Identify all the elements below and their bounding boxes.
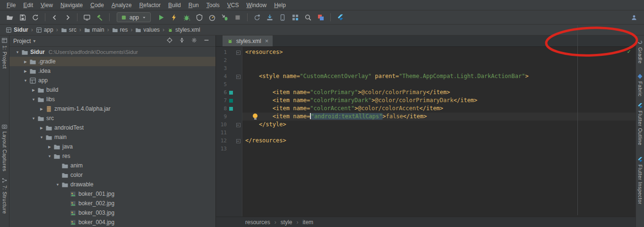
user-button[interactable]	[628, 12, 640, 23]
tree-item-boker-002-jpg[interactable]: boker_002.jpg	[9, 199, 215, 208]
gutter-line-6[interactable]: 6	[216, 88, 242, 96]
nav-crumb-styles-xml[interactable]: styles.xml	[167, 26, 200, 33]
gutter-line-9[interactable]: 9	[216, 113, 242, 121]
profiler-button[interactable]	[206, 12, 218, 23]
menu-edit[interactable]: Edit	[19, 1, 37, 9]
tree-item-java[interactable]: ▶java	[9, 142, 215, 151]
menu-build[interactable]: Build	[164, 1, 185, 9]
menu-vcs[interactable]: VCS	[223, 1, 243, 9]
search-button[interactable]	[302, 12, 314, 23]
back-button[interactable]	[49, 12, 61, 23]
forward-button[interactable]	[61, 12, 74, 23]
expand-arrow-icon[interactable]: ▶	[22, 69, 29, 73]
expand-arrow-icon[interactable]: ▶	[22, 60, 29, 64]
run-button[interactable]	[155, 12, 167, 23]
attach-debugger-button[interactable]	[219, 12, 231, 23]
tree-item-anim[interactable]: anim	[9, 161, 215, 170]
expand-arrow-icon[interactable]: ▶	[46, 145, 53, 149]
gradle-sync-button[interactable]	[251, 12, 263, 23]
gutter-line-10[interactable]: 10−	[216, 121, 242, 129]
coverage-button[interactable]	[193, 12, 206, 23]
collapse-arrow-icon[interactable]: ▼	[54, 183, 61, 187]
sync-button[interactable]	[29, 12, 42, 23]
collapse-arrow-icon[interactable]: ▼	[30, 116, 37, 121]
flutter-layers-button[interactable]	[334, 12, 346, 23]
tool-tab-fabric[interactable]: Fabric	[636, 73, 644, 96]
menu-view[interactable]: View	[37, 1, 57, 9]
tree-item-build[interactable]: ▶build	[9, 85, 215, 95]
make-project-button[interactable]	[94, 12, 106, 23]
locate-button[interactable]	[166, 37, 173, 45]
tree-item-drawable[interactable]: ▼drawable	[9, 180, 215, 189]
tool-tab-7-structure[interactable]: 7: Structure	[0, 177, 9, 214]
tree-item-app[interactable]: ▼app	[9, 76, 215, 85]
menu-window[interactable]: Window	[242, 1, 270, 9]
gutter-line-4[interactable]: 4−	[216, 72, 242, 80]
project-structure-button[interactable]	[289, 12, 301, 23]
gutter-line-13[interactable]: 13	[216, 145, 242, 153]
tree-item-boker-001-jpg[interactable]: boker_001.jpg	[9, 189, 215, 199]
gutter-line-3[interactable]: 3	[216, 64, 242, 72]
fold-marker-icon[interactable]: −	[236, 75, 240, 79]
menu-help[interactable]: Help	[270, 1, 290, 9]
apply-changes-button[interactable]	[168, 12, 180, 23]
open-folder-button[interactable]	[4, 12, 16, 23]
layout-inspector-button[interactable]	[315, 12, 327, 23]
menu-navigate[interactable]: Navigate	[57, 1, 86, 9]
collapse-arrow-icon[interactable]: ▼	[14, 50, 21, 54]
nav-crumb-values[interactable]: values	[135, 26, 160, 33]
settings-gear-button[interactable]	[191, 37, 197, 45]
color-preview-swatch[interactable]	[229, 107, 233, 111]
sdk-manager-button[interactable]	[264, 12, 276, 23]
tool-tab-gradle[interactable]: Gradle	[636, 39, 644, 64]
avd-manager-button[interactable]	[276, 12, 289, 23]
fold-marker-icon[interactable]: −	[236, 123, 240, 127]
collapse-arrow-icon[interactable]: ▼	[46, 154, 53, 158]
hide-panel-button[interactable]	[203, 37, 210, 45]
tree-item-boker-004-jpg[interactable]: boker_004.jpg	[9, 218, 215, 227]
expand-arrow-icon[interactable]: ▶	[38, 126, 45, 130]
code-editor[interactable]: 1−234−5678910−1112−13 <resources> <style…	[216, 47, 635, 217]
gutter-line-12[interactable]: 12−	[216, 137, 242, 145]
collapse-arrow-icon[interactable]: ▼	[22, 79, 29, 83]
nav-crumb-main[interactable]: main	[84, 26, 104, 33]
tree-item-src[interactable]: ▼src	[9, 114, 215, 123]
menu-code[interactable]: Code	[86, 1, 108, 9]
collapse-all-button[interactable]	[179, 37, 185, 45]
tree-item-res[interactable]: ▼res	[9, 151, 215, 161]
tree-item-color[interactable]: color	[9, 170, 215, 180]
gutter-line-7[interactable]: 7	[216, 96, 242, 105]
tree-item-gradle[interactable]: ▶.gradle	[9, 57, 215, 66]
tree-item-libs[interactable]: ▼libs	[9, 95, 215, 104]
gutter-line-1[interactable]: 1−	[216, 48, 242, 56]
tool-tab-layout-captures[interactable]: Layout Captures	[0, 123, 9, 172]
chevron-down-icon[interactable]: ▾	[33, 38, 35, 44]
collapse-arrow-icon[interactable]: ▼	[30, 97, 37, 102]
project-panel-title[interactable]: Project	[13, 38, 31, 44]
tree-item-idea[interactable]: ▶.idea	[9, 66, 215, 76]
device-monitor-button[interactable]	[81, 12, 93, 23]
save-all-button[interactable]	[17, 12, 29, 23]
expand-arrow-icon[interactable]: ▶	[30, 88, 37, 92]
gutter-line-2[interactable]: 2	[216, 56, 242, 64]
run-config-selector[interactable]: app	[117, 12, 151, 22]
gutter-line-8[interactable]: 8	[216, 105, 242, 113]
breadcrumb-resources[interactable]: resources	[245, 219, 270, 226]
color-preview-swatch[interactable]	[229, 91, 233, 95]
tree-item-main[interactable]: ▼main	[9, 132, 215, 142]
menu-tools[interactable]: Tools	[203, 1, 223, 9]
breadcrumb-item[interactable]: item	[302, 219, 313, 226]
menu-file[interactable]: File	[3, 1, 19, 9]
tab-styles-xml[interactable]: styles.xml ×	[223, 35, 273, 46]
menu-analyze[interactable]: Analyze	[108, 1, 136, 9]
tool-tab-1-project[interactable]: 1: Project	[0, 37, 9, 69]
tree-item-androidtest[interactable]: ▶androidTest	[9, 123, 215, 132]
collapse-arrow-icon[interactable]: ▼	[38, 135, 45, 140]
code-area[interactable]: <resources> <style name="CustomAccentOve…	[242, 47, 635, 217]
inspection-status-icon[interactable]: ✓	[627, 47, 631, 55]
intention-bulb-icon[interactable]	[253, 114, 258, 118]
editor-gutter[interactable]: 1−234−5678910−1112−13	[216, 47, 242, 217]
stop-button[interactable]	[232, 12, 244, 23]
nav-crumb-app[interactable]: app	[36, 26, 53, 33]
fold-marker-icon[interactable]: −	[236, 51, 240, 55]
